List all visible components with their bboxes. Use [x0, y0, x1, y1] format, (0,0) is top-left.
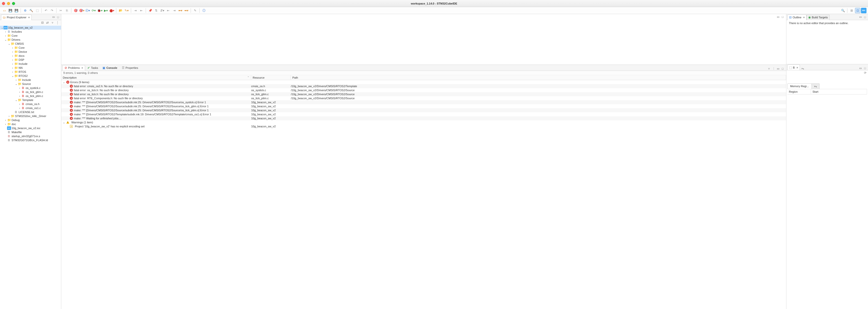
perspective-c[interactable]: ⊡	[855, 8, 861, 13]
disclosure-icon[interactable]: ›	[11, 58, 14, 61]
back-button[interactable]: ⬅▾	[178, 8, 183, 13]
tab-memory-overflow[interactable]: »₁	[811, 84, 819, 89]
tree-debug[interactable]: ›📁Debug	[0, 118, 61, 122]
tree-license[interactable]: ›🗎LICENSE.txt	[0, 110, 61, 114]
open-folder-button[interactable]: 📂	[118, 8, 123, 13]
tree-rtos2[interactable]: ⌄📁RTOS2	[0, 74, 61, 78]
disclosure-icon[interactable]: ›	[18, 102, 21, 105]
close-icon[interactable]: ×	[803, 16, 805, 19]
tree-item[interactable]: ›🗎os_tick_gtim.c	[0, 90, 61, 94]
save-all-button[interactable]: 💾	[13, 8, 19, 13]
forward-button[interactable]: ➡▾	[184, 8, 189, 13]
disclosure-icon[interactable]: ⌄	[11, 74, 14, 78]
tree-project-root[interactable]: ⌄ IDE 10g_beacon_sw_v2	[0, 26, 61, 30]
save-button[interactable]: 💾	[7, 8, 13, 13]
tree-doc[interactable]: ›📁doc	[0, 122, 61, 126]
refresh-icon[interactable]: ⟳	[864, 71, 867, 74]
problem-row[interactable]: ✕make: *** [Drivers/CMSIS/RTOS2/Source/s…	[61, 104, 786, 108]
warnings-group-row[interactable]: ⌄Warnings (1 item)	[61, 120, 786, 124]
tree-makefile[interactable]: ›🗎Makefile	[0, 130, 61, 134]
tree-rtos2-template[interactable]: ⌄📁Template	[0, 98, 61, 102]
disclosure-icon[interactable]: ›	[7, 115, 10, 118]
toggle-button-2[interactable]: ⇤	[138, 8, 144, 13]
disclosure-icon[interactable]: ⌄	[14, 83, 18, 86]
tree-item[interactable]: ›📁NN	[0, 66, 61, 70]
disclosure-icon[interactable]: ⌄	[7, 42, 10, 45]
overflow-tabs[interactable]: »₁	[801, 67, 804, 70]
tree-rtos2-include[interactable]: ›📁Include	[0, 78, 61, 82]
disclosure-icon[interactable]: ›	[4, 34, 7, 37]
maximize-view-icon[interactable]: □	[56, 15, 60, 19]
tree-item[interactable]: ›🗎os_tick_ptim.c	[0, 94, 61, 98]
link-editor-icon[interactable]: ⇄	[45, 21, 50, 25]
problem-row[interactable]: ✕make: *** [Drivers/CMSIS/RTOS2/Template…	[61, 112, 786, 116]
disclosure-icon[interactable]: ›	[14, 79, 18, 82]
tree-core[interactable]: ›📁Core	[0, 34, 61, 38]
tree-item[interactable]: ›🗎cmsis_os.h	[0, 102, 61, 106]
problem-row[interactable]: ✕make: *** [Drivers/CMSIS/RTOS2/Source/s…	[61, 108, 786, 112]
maximize-view-icon[interactable]: □	[781, 15, 785, 19]
close-icon[interactable]: ×	[797, 66, 798, 69]
disclosure-icon[interactable]: ›	[4, 123, 7, 126]
toggle-button[interactable]: ⇥	[133, 8, 138, 13]
filter-icon[interactable]: ▿	[51, 21, 55, 25]
tree-includes[interactable]: ›🗎Includes	[0, 30, 61, 34]
errors-group-row[interactable]: ⌄✕Errors (9 items)	[61, 80, 786, 84]
filter-icon[interactable]: ▿	[767, 67, 771, 70]
problem-row[interactable]: ✕make: *** Waiting for unfinished jobs..…	[61, 116, 786, 120]
minimize-view-icon[interactable]: ▭	[859, 66, 863, 70]
tree-ioc[interactable]: ›MX10g_beacon_sw_v2.ioc	[0, 126, 61, 130]
disclosure-icon[interactable]: ⌄	[0, 26, 3, 29]
run-button[interactable]: ▶▾	[103, 8, 108, 13]
tree-item[interactable]: ›📁Device	[0, 50, 61, 54]
minimize-view-icon[interactable]: ▭	[776, 67, 780, 70]
disclosure-icon[interactable]: ›	[11, 46, 14, 49]
column-start[interactable]: Start	[811, 89, 867, 94]
tree-startup[interactable]: ›🗎startup_stm32g071xx.s	[0, 134, 61, 138]
refresh-button[interactable]: ⟳▾	[91, 8, 96, 13]
tab-console[interactable]: ▣Console	[100, 65, 119, 70]
column-description[interactable]: Description⌃	[61, 75, 251, 80]
redo-button[interactable]: ↷	[49, 8, 55, 13]
disclosure-icon[interactable]: ›	[11, 54, 14, 57]
disclosure-icon[interactable]: ⌄	[62, 121, 65, 124]
tree-cmsis[interactable]: ⌄📁CMSIS	[0, 42, 61, 46]
nav-button-2[interactable]: ⇵▾	[159, 8, 165, 13]
tree-item[interactable]: ›🗎cmsis_os1.c	[0, 106, 61, 110]
minimize-view-icon[interactable]: ▭	[776, 15, 780, 19]
view-menu-icon[interactable]: ⋮	[772, 67, 776, 70]
tree-drivers[interactable]: ⌄📁Drivers	[0, 38, 61, 42]
disclosure-icon[interactable]: ›	[11, 70, 14, 73]
copy-button[interactable]: ⎘	[64, 8, 69, 13]
edit-button[interactable]: ✎	[192, 8, 198, 13]
undo-button[interactable]: ↶	[43, 8, 49, 13]
tab-tasks[interactable]: ✔Tasks	[85, 65, 100, 70]
perspective-mx[interactable]: MX	[861, 8, 867, 13]
tab-problems[interactable]: ⊘Problems×	[62, 65, 85, 70]
problem-row[interactable]: ✕fatal error: RTE_Components.h: No such …	[61, 96, 786, 100]
hex-button[interactable]: ⬚	[34, 8, 40, 13]
close-icon[interactable]: ×	[28, 16, 30, 19]
cut-button[interactable]: ✂	[58, 8, 64, 13]
problem-row[interactable]: ✕make: *** [Drivers/CMSIS/RTOS2/Source/s…	[61, 100, 786, 104]
project-explorer-tab[interactable]: 🗂 Project Explorer ×	[1, 14, 32, 20]
tree-item[interactable]: ›📁RTOS	[0, 70, 61, 74]
target-dropdown[interactable]: 🎯▾	[79, 8, 84, 13]
build-button[interactable]: ⚙	[22, 8, 28, 13]
disclosure-icon[interactable]: ⌄	[62, 81, 65, 84]
collapse-all-icon[interactable]: ⊟	[40, 21, 44, 25]
nav-button[interactable]: ⇅	[153, 8, 159, 13]
disclosure-icon[interactable]: ›	[4, 119, 7, 122]
config-button[interactable]: ⓒ▾	[85, 8, 90, 13]
pin-button[interactable]: 📌	[148, 8, 153, 13]
tree-rtos2-source[interactable]: ⌄📁Source	[0, 82, 61, 86]
disclosure-icon[interactable]: ›	[18, 106, 21, 110]
maximize-view-icon[interactable]: □	[863, 15, 867, 19]
debug-button[interactable]: 🐞▾	[97, 8, 102, 13]
disclosure-icon[interactable]: ›	[18, 94, 21, 97]
disclosure-icon[interactable]: ›	[11, 66, 14, 69]
disclosure-icon[interactable]: ›	[4, 30, 7, 33]
maximize-view-icon[interactable]: □	[863, 66, 867, 70]
column-region[interactable]: Region	[787, 89, 811, 94]
tab-memory-regions[interactable]: Memory Regi...	[787, 84, 812, 89]
